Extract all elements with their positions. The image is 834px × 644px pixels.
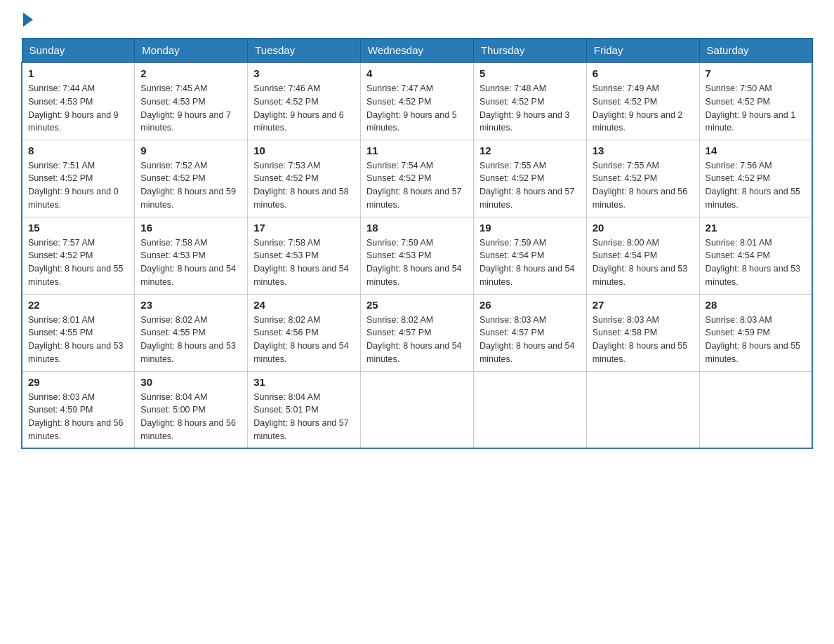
day-number: 4 [366,67,468,79]
calendar-table: SundayMondayTuesdayWednesdayThursdayFrid… [21,38,813,449]
day-number: 2 [140,67,241,79]
day-number: 15 [28,222,128,234]
day-number: 14 [706,145,806,156]
empty-cell-w4-d6 [699,371,812,448]
day-cell-8: 8 Sunrise: 7:51 AMSunset: 4:52 PMDayligh… [22,140,135,217]
day-cell-24: 24 Sunrise: 8:02 AMSunset: 4:56 PMDaylig… [248,294,361,371]
day-info: Sunrise: 7:57 AMSunset: 4:52 PMDaylight:… [28,236,128,289]
day-info: Sunrise: 7:56 AMSunset: 4:52 PMDaylight:… [706,159,806,212]
day-info: Sunrise: 8:04 AMSunset: 5:00 PMDaylight:… [140,391,241,443]
day-cell-4: 4 Sunrise: 7:47 AMSunset: 4:52 PMDayligh… [361,62,474,140]
day-number: 22 [28,299,128,311]
empty-cell-w4-d3 [361,371,474,448]
day-info: Sunrise: 8:03 AMSunset: 4:58 PMDaylight:… [593,314,694,366]
week-row-3: 15 Sunrise: 7:57 AMSunset: 4:52 PMDaylig… [22,217,812,294]
day-cell-21: 21 Sunrise: 8:01 AMSunset: 4:54 PMDaylig… [699,217,812,294]
day-cell-14: 14 Sunrise: 7:56 AMSunset: 4:52 PMDaylig… [699,140,812,217]
day-info: Sunrise: 8:02 AMSunset: 4:57 PMDaylight:… [366,314,468,366]
header-sunday: Sunday [22,39,135,63]
empty-cell-w4-d4 [473,371,586,448]
day-cell-17: 17 Sunrise: 7:58 AMSunset: 4:53 PMDaylig… [248,217,361,294]
day-cell-22: 22 Sunrise: 8:01 AMSunset: 4:55 PMDaylig… [22,294,135,371]
day-info: Sunrise: 7:47 AMSunset: 4:52 PMDaylight:… [366,82,468,135]
day-number: 20 [593,222,694,234]
day-number: 3 [253,67,355,79]
day-info: Sunrise: 8:02 AMSunset: 4:56 PMDaylight:… [253,314,355,366]
day-info: Sunrise: 7:50 AMSunset: 4:52 PMDaylight:… [706,82,806,135]
day-number: 25 [366,299,468,311]
page-header [21,14,813,24]
day-cell-27: 27 Sunrise: 8:03 AMSunset: 4:58 PMDaylig… [586,294,699,371]
day-number: 17 [253,222,355,234]
day-number: 21 [706,222,806,234]
day-info: Sunrise: 7:59 AMSunset: 4:53 PMDaylight:… [366,236,468,289]
day-info: Sunrise: 8:01 AMSunset: 4:54 PMDaylight:… [706,236,806,289]
day-number: 5 [479,67,581,79]
day-info: Sunrise: 7:58 AMSunset: 4:53 PMDaylight:… [140,236,241,289]
header-wednesday: Wednesday [361,39,474,63]
day-info: Sunrise: 7:52 AMSunset: 4:52 PMDaylight:… [140,159,241,212]
logo-text [21,14,33,27]
day-cell-5: 5 Sunrise: 7:48 AMSunset: 4:52 PMDayligh… [473,62,586,140]
day-number: 1 [28,67,128,79]
day-info: Sunrise: 8:01 AMSunset: 4:55 PMDaylight:… [28,314,128,366]
week-row-5: 29 Sunrise: 8:03 AMSunset: 4:59 PMDaylig… [22,371,812,448]
day-cell-11: 11 Sunrise: 7:54 AMSunset: 4:52 PMDaylig… [361,140,474,217]
day-info: Sunrise: 8:00 AMSunset: 4:54 PMDaylight:… [593,236,694,289]
header-tuesday: Tuesday [248,39,361,63]
day-info: Sunrise: 7:53 AMSunset: 4:52 PMDaylight:… [253,159,355,212]
logo [21,14,33,24]
day-cell-18: 18 Sunrise: 7:59 AMSunset: 4:53 PMDaylig… [361,217,474,294]
calendar-header-row: SundayMondayTuesdayWednesdayThursdayFrid… [22,39,812,63]
day-cell-1: 1 Sunrise: 7:44 AMSunset: 4:53 PMDayligh… [22,62,135,140]
day-number: 19 [479,222,581,234]
day-cell-10: 10 Sunrise: 7:53 AMSunset: 4:52 PMDaylig… [248,140,361,217]
day-cell-15: 15 Sunrise: 7:57 AMSunset: 4:52 PMDaylig… [22,217,135,294]
day-cell-9: 9 Sunrise: 7:52 AMSunset: 4:52 PMDayligh… [135,140,248,217]
day-info: Sunrise: 8:03 AMSunset: 4:59 PMDaylight:… [706,314,806,366]
day-cell-30: 30 Sunrise: 8:04 AMSunset: 5:00 PMDaylig… [135,371,248,448]
day-info: Sunrise: 7:44 AMSunset: 4:53 PMDaylight:… [28,82,128,135]
day-cell-19: 19 Sunrise: 7:59 AMSunset: 4:54 PMDaylig… [473,217,586,294]
day-info: Sunrise: 7:48 AMSunset: 4:52 PMDaylight:… [479,82,581,135]
day-cell-2: 2 Sunrise: 7:45 AMSunset: 4:53 PMDayligh… [135,62,248,140]
day-number: 11 [366,145,468,156]
day-number: 23 [140,299,241,311]
day-number: 13 [593,145,694,156]
day-number: 10 [253,145,355,156]
day-info: Sunrise: 7:46 AMSunset: 4:52 PMDaylight:… [253,82,355,135]
day-info: Sunrise: 7:45 AMSunset: 4:53 PMDaylight:… [140,82,241,135]
day-cell-13: 13 Sunrise: 7:55 AMSunset: 4:52 PMDaylig… [586,140,699,217]
day-number: 6 [593,67,694,79]
header-saturday: Saturday [699,39,812,63]
week-row-4: 22 Sunrise: 8:01 AMSunset: 4:55 PMDaylig… [22,294,812,371]
logo-triangle-icon [23,13,33,27]
day-cell-28: 28 Sunrise: 8:03 AMSunset: 4:59 PMDaylig… [699,294,812,371]
day-cell-16: 16 Sunrise: 7:58 AMSunset: 4:53 PMDaylig… [135,217,248,294]
day-info: Sunrise: 8:03 AMSunset: 4:59 PMDaylight:… [28,391,128,443]
day-number: 8 [28,145,128,156]
day-cell-12: 12 Sunrise: 7:55 AMSunset: 4:52 PMDaylig… [473,140,586,217]
day-cell-31: 31 Sunrise: 8:04 AMSunset: 5:01 PMDaylig… [248,371,361,448]
day-info: Sunrise: 7:59 AMSunset: 4:54 PMDaylight:… [479,236,581,289]
day-info: Sunrise: 8:03 AMSunset: 4:57 PMDaylight:… [479,314,581,366]
day-cell-23: 23 Sunrise: 8:02 AMSunset: 4:55 PMDaylig… [135,294,248,371]
day-cell-20: 20 Sunrise: 8:00 AMSunset: 4:54 PMDaylig… [586,217,699,294]
day-number: 24 [253,299,355,311]
day-info: Sunrise: 7:54 AMSunset: 4:52 PMDaylight:… [366,159,468,212]
day-cell-29: 29 Sunrise: 8:03 AMSunset: 4:59 PMDaylig… [22,371,135,448]
day-number: 9 [140,145,241,156]
day-number: 30 [140,376,241,388]
week-row-2: 8 Sunrise: 7:51 AMSunset: 4:52 PMDayligh… [22,140,812,217]
day-info: Sunrise: 7:58 AMSunset: 4:53 PMDaylight:… [253,236,355,289]
day-number: 12 [479,145,581,156]
day-info: Sunrise: 7:55 AMSunset: 4:52 PMDaylight:… [479,159,581,212]
day-cell-26: 26 Sunrise: 8:03 AMSunset: 4:57 PMDaylig… [473,294,586,371]
header-friday: Friday [586,39,699,63]
week-row-1: 1 Sunrise: 7:44 AMSunset: 4:53 PMDayligh… [22,62,812,140]
day-number: 18 [366,222,468,234]
day-cell-6: 6 Sunrise: 7:49 AMSunset: 4:52 PMDayligh… [586,62,699,140]
day-number: 31 [253,376,355,388]
day-cell-3: 3 Sunrise: 7:46 AMSunset: 4:52 PMDayligh… [248,62,361,140]
header-thursday: Thursday [473,39,586,63]
